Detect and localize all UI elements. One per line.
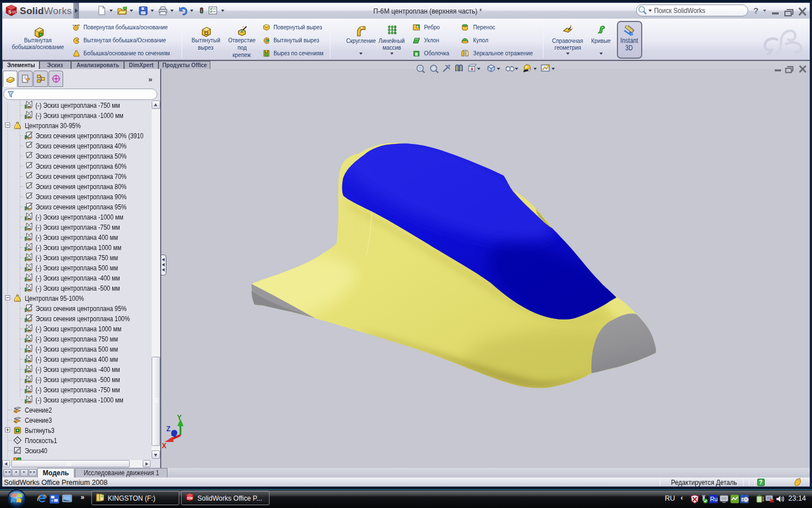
svg-text:Ru: Ru [710,496,718,502]
svg-text:X: X [162,442,166,449]
svg-text:S: S [8,9,12,15]
svg-text:Z: Z [166,425,170,433]
svg-text:W: W [12,10,16,15]
svg-text:SW: SW [187,496,193,500]
